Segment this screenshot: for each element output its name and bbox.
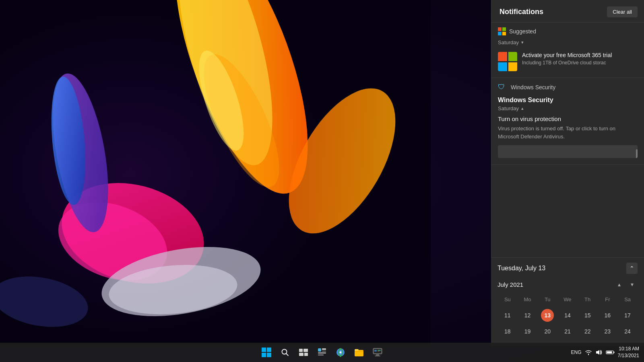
clear-all-button[interactable]: Clear all [607, 6, 638, 17]
widgets-icon [318, 348, 326, 357]
ms365-card-text: Activate your free Microsoft 365 trial I… [522, 52, 638, 66]
ws-action-bar [498, 145, 638, 158]
grid-q2 [502, 27, 506, 31]
cal-day-16[interactable]: 16 [598, 306, 618, 325]
saturday-chevron-icon[interactable]: ▾ [521, 40, 524, 45]
svg-rect-18 [304, 353, 308, 356]
volume-icon [595, 349, 603, 356]
calendar-header: Tuesday, July 13 ⌃ [497, 263, 638, 274]
cal-day-21[interactable]: 21 [557, 325, 578, 338]
ws-content: Windows Security Saturday ▴ Turn on viru… [491, 95, 644, 165]
taskbar-clock[interactable]: 10:18 AM 7/13/2021 [618, 346, 639, 359]
file-explorer-button[interactable] [351, 344, 367, 360]
svg-point-27 [340, 352, 342, 354]
cal-header-mo: Mo [518, 295, 538, 306]
cal-day-22[interactable]: 22 [578, 325, 598, 338]
cal-day-20[interactable]: 20 [537, 325, 557, 338]
svg-rect-22 [318, 352, 326, 354]
widgets-button[interactable] [314, 344, 330, 360]
cal-header-th: Th [578, 295, 598, 306]
grid-q1 [498, 27, 502, 31]
calendar-panel: Tuesday, July 13 ⌃ July 2021 ▴ ▾ Su Mo T… [491, 257, 644, 343]
win-logo-q2 [267, 348, 271, 352]
calendar-prev-button[interactable]: ▴ [613, 279, 625, 290]
ms365-icon-green [508, 52, 518, 61]
svg-rect-28 [355, 350, 363, 356]
cal-day-23[interactable]: 23 [598, 325, 618, 338]
ms365-card-title: Activate your free Microsoft 365 trial [522, 52, 638, 58]
ws-day-row: Saturday ▴ [498, 105, 638, 111]
notification-panel-title: Notifications [500, 8, 543, 16]
chrome-button[interactable] [332, 344, 349, 360]
cal-day-17[interactable]: 17 [617, 306, 638, 325]
calendar-date-title: Tuesday, July 13 [497, 265, 545, 272]
taskbar-language[interactable]: ENG [571, 350, 582, 355]
search-icon [281, 348, 289, 356]
task-view-button[interactable] [295, 344, 312, 360]
ms365-icon-blue [498, 62, 507, 72]
language-label: ENG [571, 350, 582, 355]
taskbar-center-icons [258, 344, 386, 360]
taskbar-volume-icon[interactable] [595, 349, 603, 356]
cal-day-15[interactable]: 15 [578, 306, 598, 325]
calendar-week-2: 18 19 20 21 22 23 24 [497, 325, 638, 338]
suggested-label: Suggested [509, 28, 536, 35]
cal-day-14[interactable]: 14 [557, 306, 578, 325]
cal-day-11[interactable]: 11 [497, 306, 518, 325]
calendar-month-row: July 2021 ▴ ▾ [497, 279, 638, 290]
clock-date: 7/13/2021 [618, 352, 639, 359]
start-button[interactable] [258, 344, 275, 360]
device-manager-button[interactable] [369, 344, 386, 360]
win-logo-q1 [262, 348, 266, 352]
svg-rect-34 [374, 350, 377, 352]
svg-rect-33 [375, 356, 380, 356]
cal-header-su: Su [497, 295, 518, 306]
ms365-notification-card[interactable]: Activate your free Microsoft 365 trial I… [498, 49, 638, 74]
cal-header-fr: Fr [598, 295, 618, 306]
cal-day-13-today[interactable]: 13 [537, 306, 557, 325]
calendar-nav: ▴ ▾ [613, 279, 638, 290]
svg-rect-20 [322, 348, 326, 350]
svg-rect-15 [299, 349, 303, 352]
clock-time: 10:18 AM [618, 346, 639, 352]
cal-day-18[interactable]: 18 [497, 325, 518, 338]
calendar-collapse-button[interactable]: ⌃ [626, 263, 638, 274]
svg-rect-17 [299, 353, 303, 356]
wifi-icon [585, 349, 592, 356]
suggested-section: Suggested Saturday ▾ Activate your free … [491, 23, 644, 78]
svg-marker-37 [596, 350, 599, 355]
ws-day-label: Saturday [498, 105, 519, 111]
ws-chevron-icon[interactable]: ▴ [521, 106, 524, 111]
calendar-next-button[interactable]: ▾ [626, 279, 638, 290]
ms365-icon [498, 52, 517, 71]
svg-rect-36 [378, 351, 380, 352]
grid-q3 [498, 32, 502, 35]
cal-day-19[interactable]: 19 [518, 325, 538, 338]
windows-logo-icon [262, 348, 271, 357]
device-manager-icon [373, 348, 382, 357]
ws-notification-body: Virus protection is turned off. Tap or c… [498, 125, 638, 140]
win-logo-q4 [267, 353, 271, 357]
taskbar-battery-icon[interactable] [606, 350, 615, 355]
cal-day-24[interactable]: 24 [617, 325, 638, 338]
calendar-days-header: Su Mo Tu We Th Fr Sa [497, 295, 638, 306]
cal-day-12[interactable]: 12 [518, 306, 538, 325]
ws-section-title: Windows Security [498, 97, 638, 104]
svg-rect-23 [318, 354, 324, 356]
ms365-icon-yellow [508, 62, 518, 72]
file-explorer-icon [354, 348, 364, 357]
cal-header-sa: Sa [617, 295, 638, 306]
wallpaper [0, 0, 431, 346]
shield-icon: 🛡 [498, 83, 507, 92]
calendar-grid: Su Mo Tu We Th Fr Sa 11 12 13 14 15 16 1… [497, 295, 638, 338]
calendar-week-1: 11 12 13 14 15 16 17 [497, 306, 638, 325]
ms365-icon-red [498, 52, 507, 61]
svg-rect-39 [607, 352, 612, 354]
task-view-icon [299, 349, 308, 356]
notification-header: Notifications Clear all [491, 0, 644, 23]
taskbar-wifi-icon[interactable] [585, 349, 592, 356]
search-button[interactable] [277, 344, 293, 360]
ws-app-name: Windows Security [511, 84, 555, 90]
svg-rect-19 [318, 348, 321, 352]
cal-header-we: We [557, 295, 578, 306]
